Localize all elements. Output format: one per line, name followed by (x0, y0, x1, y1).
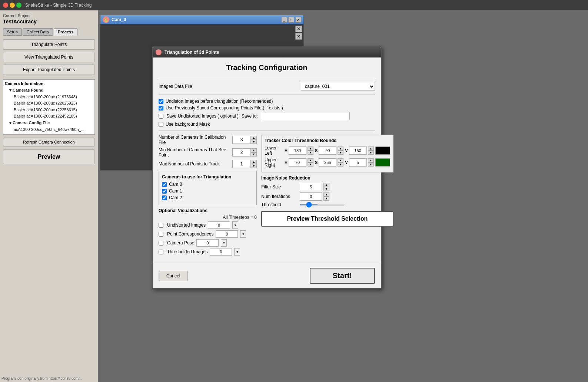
lower-v-down[interactable]: ▼ (368, 151, 374, 155)
cam1-checkbox[interactable] (162, 189, 167, 194)
refresh-camera-button[interactable]: Refresh Camera Connection (3, 138, 95, 146)
threshold-row: Threshold (261, 202, 393, 207)
close-button[interactable] (3, 3, 8, 8)
viz-correspondences-spin[interactable]: ▼ (240, 230, 246, 238)
use-bg-mask-checkbox[interactable] (159, 122, 163, 127)
num-cameras-input[interactable] (232, 136, 251, 144)
viz-camera-pose-spin[interactable]: ▼ (221, 239, 227, 247)
min-cameras-down[interactable]: ▼ (251, 152, 257, 157)
use-saved-checkbox[interactable] (159, 106, 163, 111)
max-points-input[interactable] (232, 160, 251, 168)
tab-setup[interactable]: Setup (3, 28, 22, 36)
num-iterations-row: Num Iterations ▲ ▼ (261, 192, 393, 201)
title-bar: SnakeStrike - Simple 3D Tracking (0, 0, 588, 10)
dialog-footer: Cancel Start! (153, 263, 381, 288)
cam-controls[interactable]: _ □ ✕ (281, 17, 301, 23)
cam0-checkbox[interactable] (162, 182, 167, 187)
cam-side-btn-2[interactable]: ✕ (295, 33, 302, 40)
cam-side-btn-1[interactable]: ✕ (295, 26, 302, 32)
viz-camera-pose-checkbox[interactable] (159, 241, 163, 246)
undistort-label: Undistort Images before triangulation (R… (166, 99, 273, 104)
num-cameras-spinner[interactable]: ▲ ▼ (251, 136, 257, 144)
viz-correspondences-input[interactable] (216, 230, 238, 238)
filter-size-label: Filter Size (261, 184, 298, 190)
tracker-color-title: Tracker Color Threshhold Bounds (265, 138, 390, 143)
num-cameras-row: Number of Cameras in Calibration File ▲ … (159, 135, 257, 145)
upper-h-input[interactable] (289, 158, 306, 167)
viz-undistorted-spin[interactable]: ▼ (232, 221, 238, 229)
viz-thresholded-checkbox[interactable] (159, 250, 163, 254)
preview-threshold-button[interactable]: Preview Threshold Selection (261, 211, 393, 227)
tab-process[interactable]: Process (54, 28, 78, 36)
num-iterations-input[interactable] (300, 192, 322, 201)
upper-s-input[interactable] (319, 158, 336, 167)
max-points-label: Max Number of Points to Track (159, 161, 232, 167)
viz-thresholded-spin[interactable]: ▼ (234, 248, 240, 256)
upper-color-preview (375, 158, 390, 167)
view-triangulated-button[interactable]: View Triangulated Points (3, 52, 95, 62)
images-data-file-select[interactable]: capture_001 (301, 82, 375, 91)
upper-v-input[interactable] (349, 158, 367, 167)
start-button[interactable]: Start! (310, 268, 375, 284)
triangulation-dialog: Triangulation of 3d Points Tracking Conf… (152, 46, 382, 289)
upper-h-up[interactable]: ▲ (308, 158, 313, 162)
num-iterations-up[interactable]: ▲ (323, 192, 329, 197)
filter-size-input[interactable] (300, 183, 322, 191)
max-points-up[interactable]: ▲ (251, 160, 257, 164)
preview-button[interactable]: Preview (3, 149, 95, 164)
cam-minimize[interactable]: _ (281, 17, 287, 23)
camera-0: Basler acA1300-200uc (21976648) (5, 94, 93, 101)
viz-correspondences: Point Correspondences ▼ (159, 230, 257, 238)
maximize-button[interactable] (16, 3, 21, 8)
cam-maximize[interactable]: □ (288, 17, 294, 23)
camera-info-section: Camera Information: ▾ Cameras Found Basl… (3, 79, 95, 135)
upper-v-up[interactable]: ▲ (368, 158, 374, 162)
upper-v-down[interactable]: ▼ (368, 162, 374, 167)
triangulate-points-button[interactable]: Triangulate Points (3, 39, 95, 50)
lower-h-down[interactable]: ▼ (308, 151, 313, 155)
noise-title: Image Noise Reduction (261, 175, 393, 181)
cam-title: Cam_0 (112, 17, 126, 22)
lower-s-up[interactable]: ▲ (338, 146, 343, 151)
num-cameras-up[interactable]: ▲ (251, 136, 257, 140)
camera-1: Basler acA1300-200uc (22025923) (5, 100, 93, 107)
save-undistorted-checkbox[interactable] (159, 114, 163, 119)
min-cameras-input[interactable] (232, 148, 251, 157)
lower-h-input[interactable] (289, 146, 306, 155)
viz-undistorted-input[interactable] (208, 221, 230, 229)
dialog-heading: Tracking Configuration (159, 63, 375, 72)
cancel-button[interactable]: Cancel (159, 271, 188, 281)
tab-collect-data[interactable]: Collect Data (23, 28, 53, 36)
lower-s-down[interactable]: ▼ (338, 151, 343, 155)
upper-h-down[interactable]: ▼ (308, 162, 313, 167)
cam-close[interactable]: ✕ (295, 17, 301, 23)
viz-correspondences-checkbox[interactable] (159, 232, 163, 237)
lower-v-input[interactable] (349, 146, 367, 155)
undistort-checkbox[interactable] (159, 99, 163, 104)
num-iterations-down[interactable]: ▼ (323, 197, 329, 201)
min-cameras-spinner[interactable]: ▲ ▼ (251, 148, 257, 157)
save-to-input[interactable] (261, 112, 350, 120)
upper-s-up[interactable]: ▲ (338, 158, 343, 162)
viz-camera-pose-input[interactable] (196, 239, 219, 247)
min-cameras-up[interactable]: ▲ (251, 148, 257, 152)
viz-thresholded-input[interactable] (210, 248, 232, 256)
num-cameras-down[interactable]: ▼ (251, 140, 257, 144)
use-saved-label: Use Previously Saved Corresponding Point… (166, 105, 283, 111)
export-triangulated-button[interactable]: Export Triangulated Points (3, 65, 95, 75)
max-points-down[interactable]: ▼ (251, 164, 257, 168)
cam2-checkbox[interactable] (162, 195, 167, 200)
upper-s-down[interactable]: ▼ (338, 162, 343, 167)
lower-h-up[interactable]: ▲ (308, 146, 313, 151)
max-points-spinner[interactable]: ▲ ▼ (251, 160, 257, 168)
minimize-button[interactable] (10, 3, 15, 8)
viz-undistorted-checkbox[interactable] (159, 223, 163, 228)
threshold-slider[interactable] (300, 204, 344, 205)
dialog-icon (156, 49, 162, 55)
all-timesteps: All Timesteps = 0 (159, 215, 257, 220)
lower-s-input[interactable] (319, 146, 336, 155)
filter-size-down[interactable]: ▼ (323, 187, 329, 191)
window-controls[interactable] (3, 3, 21, 8)
lower-v-up[interactable]: ▲ (368, 146, 374, 151)
filter-size-up[interactable]: ▲ (323, 183, 329, 187)
